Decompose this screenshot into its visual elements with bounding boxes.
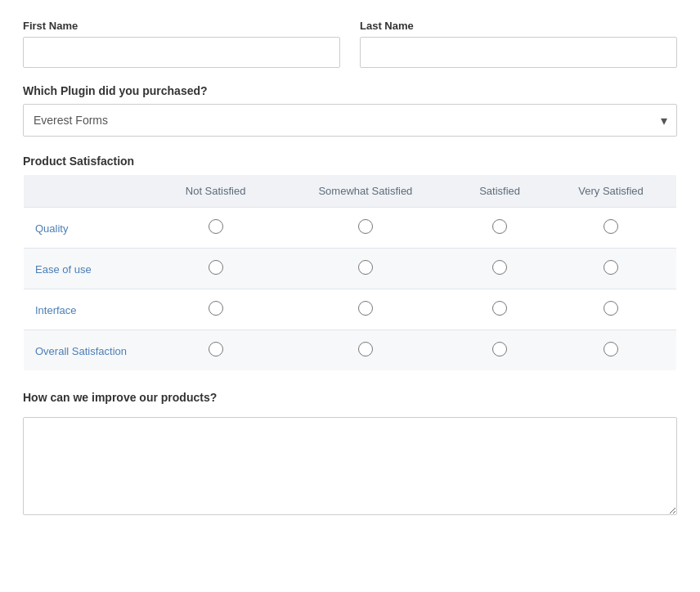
last-name-input[interactable]: [360, 37, 677, 68]
improve-label: How can we improve our products?: [23, 391, 677, 404]
last-name-label: Last Name: [360, 20, 677, 32]
radio-input[interactable]: [604, 260, 618, 275]
radio-quality-not-satisfied[interactable]: [155, 208, 277, 249]
radio-input[interactable]: [604, 301, 618, 316]
plugin-question-label: Which Plugin did you purchased?: [23, 84, 677, 97]
row-label-overall: Overall Satisfaction: [24, 330, 155, 371]
radio-interface-somewhat-satisfied[interactable]: [277, 289, 454, 330]
row-label-quality: Quality: [24, 208, 155, 249]
table-row: Overall Satisfaction: [24, 330, 677, 371]
radio-interface-not-satisfied[interactable]: [155, 289, 277, 330]
first-name-group: First Name: [23, 20, 340, 68]
radio-input[interactable]: [209, 219, 223, 234]
radio-input[interactable]: [209, 301, 223, 316]
satisfaction-table: Not Satisfied Somewhat Satisfied Satisfi…: [23, 174, 677, 371]
last-name-group: Last Name: [360, 20, 677, 68]
radio-input[interactable]: [358, 219, 373, 234]
improve-textarea[interactable]: [23, 417, 677, 515]
radio-interface-satisfied[interactable]: [454, 289, 545, 330]
header-not-satisfied: Not Satisfied: [155, 175, 277, 208]
radio-input[interactable]: [492, 260, 507, 275]
radio-overall-not-satisfied[interactable]: [155, 330, 277, 371]
radio-input[interactable]: [358, 301, 373, 316]
satisfaction-header-row: Not Satisfied Somewhat Satisfied Satisfi…: [24, 175, 677, 208]
radio-ease-very-satisfied[interactable]: [545, 249, 676, 289]
radio-input[interactable]: [604, 219, 618, 234]
radio-quality-satisfied[interactable]: [454, 208, 545, 249]
radio-input[interactable]: [492, 219, 507, 234]
radio-input[interactable]: [209, 260, 223, 275]
radio-input[interactable]: [358, 342, 373, 357]
radio-input[interactable]: [492, 342, 507, 357]
form-container: First Name Last Name Which Plugin did yo…: [23, 20, 677, 518]
plugin-select-wrapper: Everest Forms WP ERP WP User Frontend Ot…: [23, 104, 677, 137]
radio-interface-very-satisfied[interactable]: [545, 289, 676, 330]
name-row: First Name Last Name: [23, 20, 677, 68]
satisfaction-label: Product Satisfaction: [23, 155, 677, 168]
satisfaction-section: Product Satisfaction Not Satisfied Somew…: [23, 155, 677, 371]
table-row: Quality: [24, 208, 677, 249]
radio-ease-not-satisfied[interactable]: [155, 249, 277, 289]
radio-ease-satisfied[interactable]: [454, 249, 545, 289]
radio-overall-somewhat-satisfied[interactable]: [277, 330, 454, 371]
radio-overall-very-satisfied[interactable]: [545, 330, 676, 371]
radio-quality-very-satisfied[interactable]: [545, 208, 676, 249]
row-label-ease-of-use: Ease of use: [24, 249, 155, 289]
improve-section: How can we improve our products?: [23, 391, 677, 518]
radio-input[interactable]: [358, 260, 373, 275]
header-satisfied: Satisfied: [454, 175, 545, 208]
header-somewhat-satisfied: Somewhat Satisfied: [277, 175, 454, 208]
radio-ease-somewhat-satisfied[interactable]: [277, 249, 454, 289]
header-empty: [24, 175, 155, 208]
radio-overall-satisfied[interactable]: [454, 330, 545, 371]
first-name-label: First Name: [23, 20, 340, 32]
radio-input[interactable]: [604, 342, 618, 357]
header-very-satisfied: Very Satisfied: [545, 175, 676, 208]
table-row: Ease of use: [24, 249, 677, 289]
plugin-section: Which Plugin did you purchased? Everest …: [23, 84, 677, 137]
first-name-input[interactable]: [23, 37, 340, 68]
plugin-select[interactable]: Everest Forms WP ERP WP User Frontend Ot…: [23, 104, 677, 137]
radio-input[interactable]: [209, 342, 223, 357]
row-label-interface: Interface: [24, 289, 155, 330]
radio-input[interactable]: [492, 301, 507, 316]
radio-quality-somewhat-satisfied[interactable]: [277, 208, 454, 249]
table-row: Interface: [24, 289, 677, 330]
